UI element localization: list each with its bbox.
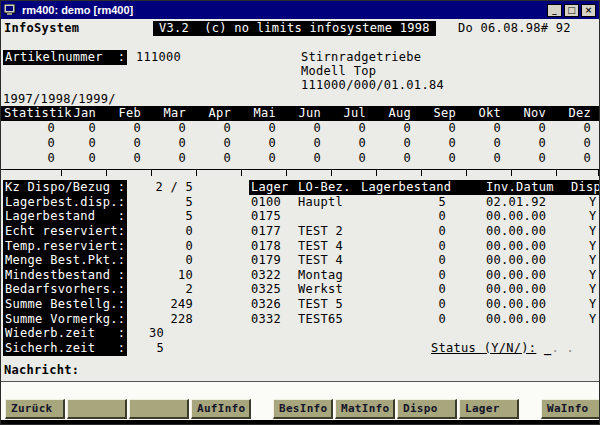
terminal-icon [4, 4, 18, 16]
column-tick [196, 170, 197, 176]
stat-value: 0 [421, 151, 466, 166]
stat-col-jul: Jul [331, 106, 376, 121]
fkey-wainfo-button[interactable]: WaInfo [541, 399, 600, 419]
dispo-flag: Y [589, 282, 597, 297]
stat-value: 0 [286, 121, 331, 136]
fkey-dispo-button[interactable]: Dispo [397, 399, 457, 419]
stat-row: 0000000000000 [1, 151, 600, 166]
minimize-icon[interactable]: _ [547, 4, 562, 17]
stat-value: 0 [376, 136, 421, 151]
fkey-zurück-button[interactable]: Zurück [5, 399, 65, 419]
warehouse-id: 0175 [251, 209, 281, 224]
app-window: rm400: demo [rm400] _ □ × InfoSystem V3.… [0, 0, 600, 425]
app-name: InfoSystem [4, 21, 79, 36]
warehouse-name: TEST 4 [298, 239, 343, 254]
warehouse-name: Werkst [298, 282, 343, 297]
dispo-field-label: Mindestbestand : [3, 268, 127, 283]
dispo-field-label: Lagerbest.disp.: [3, 195, 127, 210]
dispo-field-value: 10 [129, 268, 193, 283]
statistics-header: StatistikJanFebMarAprMaiJunJulAugSepOktN… [1, 106, 600, 121]
dispo-field-value: 5 [129, 195, 193, 210]
article-description: Stirnradgetriebe [301, 50, 421, 65]
stat-col-jun: Jun [286, 106, 331, 121]
col-lagerbestand: Lagerbestand [361, 180, 451, 195]
fkey-empty-2-button[interactable] [67, 399, 127, 419]
col-dispo: Dispo [571, 180, 600, 195]
stat-value: 0 [556, 121, 600, 136]
dispo-field-label: Summe Bestellg.: [3, 297, 127, 312]
stat-value: 0 [511, 151, 556, 166]
stat-value: 0 [1, 151, 61, 166]
warehouse-name: Montag [298, 268, 343, 283]
fkey-aufinfo-button[interactable]: AufInfo [191, 399, 251, 419]
stat-value: 0 [151, 121, 196, 136]
status-input-mask: . . [551, 341, 574, 355]
column-tick [331, 170, 332, 176]
stat-value: 0 [1, 121, 61, 136]
warehouse-row[interactable]: 0179TEST 4000.00.00Y [249, 253, 600, 268]
warehouse-table-header: Lager LO-Bez. Lagerbestand Inv.Datum Dis… [249, 180, 600, 195]
article-id-date: 111000/000/01.01.84 [301, 78, 444, 93]
stat-value: 0 [511, 136, 556, 151]
warehouse-row[interactable]: 0178TEST 4000.00.00Y [249, 239, 600, 254]
warehouse-id: 0179 [251, 253, 281, 268]
stat-value: 0 [511, 121, 556, 136]
stat-value: 0 [106, 121, 151, 136]
article-number-field[interactable]: 111000 [136, 50, 181, 65]
stat-value: 0 [331, 121, 376, 136]
column-tick [286, 170, 287, 176]
warehouse-row[interactable]: 0332TEST65000.00.00Y [249, 312, 600, 327]
column-tick [556, 170, 557, 176]
dispo-field-value: 2 / 5 [129, 180, 193, 195]
fkey-besinfo-button[interactable]: BesInfo [273, 399, 333, 419]
dispo-field-value: 249 [129, 297, 193, 312]
dispo-field-label: Sicherh.zeit : [3, 341, 127, 356]
warehouse-row[interactable]: 0175000.00.00Y [249, 209, 600, 224]
col-lo-bez: LO-Bez. [298, 180, 351, 195]
dispo-field-value: 0 [129, 253, 193, 268]
stock-qty: 0 [361, 239, 446, 254]
inventory-date: 02.01.92 [486, 195, 546, 210]
bottom-bar [1, 420, 600, 425]
dispo-field-label: Echt reserviert: [3, 224, 127, 239]
stat-value: 0 [61, 121, 106, 136]
fkey-lager-button[interactable]: Lager [459, 399, 519, 419]
dispo-field-value: 228 [129, 312, 193, 327]
stat-col-mai: Mai [241, 106, 286, 121]
inventory-date: 00.00.00 [486, 297, 546, 312]
stat-value: 0 [241, 136, 286, 151]
stat-row: 0000000000000 [1, 136, 600, 151]
maximize-icon[interactable]: □ [564, 4, 579, 17]
warehouse-id: 0326 [251, 297, 281, 312]
stat-value: 0 [466, 151, 511, 166]
inventory-date: 00.00.00 [486, 209, 546, 224]
fkey-empty-3-button[interactable] [129, 399, 189, 419]
stat-row: 0000000000000 [1, 121, 600, 136]
dispo-field-label: Summe Vormerkg.: [3, 312, 127, 327]
column-tick [151, 170, 152, 176]
dispo-flag: Y [589, 239, 597, 254]
dispo-field-label: Kz Dispo/Bezug : [3, 180, 127, 195]
column-tick [511, 170, 512, 176]
statistics-years: 1997/1998/1999/ [3, 92, 116, 107]
warehouse-row[interactable]: 0325Werkst000.00.00Y [249, 282, 600, 297]
warehouse-row[interactable]: 0100Hauptl502.01.92Y [249, 195, 600, 210]
column-tick [241, 170, 242, 176]
warehouse-row[interactable]: 0326TEST 5000.00.00Y [249, 297, 600, 312]
fkey-matinfo-button[interactable]: MatInfo [335, 399, 395, 419]
warehouse-id: 0177 [251, 224, 281, 239]
warehouse-row[interactable]: 0322Montag000.00.00Y [249, 268, 600, 283]
status-label: Status (Y/N/): [431, 341, 536, 355]
dispo-field-value: 30 [129, 326, 164, 341]
col-lager: Lager [251, 180, 289, 195]
stat-col-feb: Feb [106, 106, 151, 121]
dispo-field-label: Temp.reserviert: [3, 239, 127, 254]
datetime-display: Do 06.08.98# 92 [458, 21, 571, 36]
close-icon[interactable]: × [581, 4, 596, 17]
warehouse-row[interactable]: 0177TEST 2000.00.00Y [249, 224, 600, 239]
stat-value: 0 [61, 151, 106, 166]
warehouse-id: 0325 [251, 282, 281, 297]
message-label: Nachricht: [4, 363, 79, 378]
titlebar[interactable]: rm400: demo [rm400] _ □ × [1, 1, 599, 19]
dispo-flag: Y [589, 253, 597, 268]
